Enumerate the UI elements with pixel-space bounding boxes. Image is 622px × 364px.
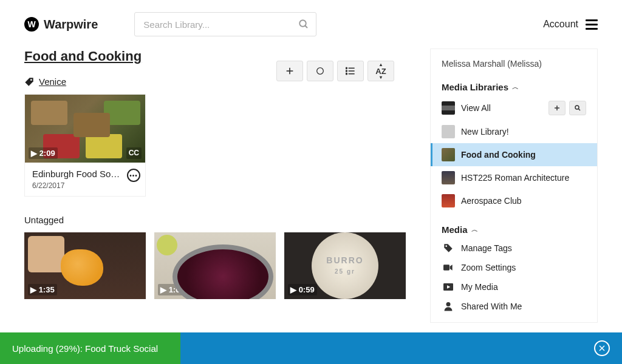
media-title: Edinburgh Food Soci… (32, 169, 123, 179)
svg-point-14 (575, 106, 579, 109)
stack-icon (442, 101, 455, 115)
chevron-up-icon: ︿ (512, 83, 519, 92)
search-library-button[interactable] (569, 101, 586, 115)
media-thumbnail[interactable]: BURRO25 gr ▶ 0:59 (284, 232, 406, 299)
duration-badge: ▶ 1:35 (28, 284, 57, 295)
sidebar-item-library[interactable]: HST225 Roman Architecture (431, 166, 597, 189)
tag-icon (24, 77, 34, 87)
svg-line-1 (306, 25, 308, 28)
brand-badge: W (24, 17, 39, 32)
svg-point-19 (446, 302, 451, 306)
close-icon[interactable] (594, 340, 610, 356)
record-button[interactable] (307, 61, 333, 81)
sidebar-item-my-media[interactable]: My Media (431, 277, 597, 297)
svg-point-8 (346, 67, 347, 69)
svg-point-9 (346, 70, 347, 72)
svg-point-0 (300, 20, 307, 27)
duration-badge: ▶ 1:00 (158, 284, 187, 295)
svg-point-10 (346, 73, 347, 75)
duration-badge: ▶ 2:09 (29, 147, 58, 159)
library-thumb (442, 194, 455, 207)
user-label: Melissa Marshall (Melissa) (431, 49, 597, 78)
brand-name: Warpwire (44, 18, 98, 32)
account-link[interactable]: Account (543, 19, 578, 30)
play-icon (442, 283, 455, 291)
tag-link[interactable]: Venice (39, 76, 66, 87)
section-untagged: Untagged (24, 215, 412, 225)
libraries-heading[interactable]: Media Libraries ︿ (431, 78, 597, 96)
menu-icon[interactable] (586, 19, 598, 30)
library-thumb (442, 148, 455, 161)
person-icon (442, 302, 455, 311)
sort-button[interactable]: ▴ AZ ▾ (367, 61, 394, 81)
sidebar-item-view-all[interactable]: View All (431, 96, 597, 120)
media-thumbnail[interactable]: ▶ 2:09 CC (25, 95, 145, 163)
svg-line-15 (578, 109, 580, 110)
library-thumb (442, 171, 455, 184)
search-input[interactable] (134, 12, 316, 36)
sidebar-item-manage-tags[interactable]: Manage Tags (431, 238, 597, 258)
sidebar-item-zoom-settings[interactable]: Zoom Settings (431, 258, 597, 277)
search-icon[interactable] (298, 19, 309, 30)
media-thumbnail[interactable]: ▶ 1:35 (24, 232, 146, 299)
cc-badge: CC (126, 147, 142, 159)
media-card[interactable]: ▶ 2:09 CC Edinburgh Food Soci… 6/22/2017… (24, 94, 146, 197)
brand-logo[interactable]: W Warpwire (24, 17, 98, 32)
list-view-button[interactable] (337, 61, 364, 81)
media-heading[interactable]: Media ︿ (431, 221, 597, 238)
sidebar-item-library[interactable]: New Library! (431, 120, 597, 143)
library-thumb (442, 125, 455, 138)
sidebar-item-library[interactable]: Food and Cooking (431, 143, 597, 166)
upload-bar: Uploading (29%): Food Truck Social (0, 332, 622, 364)
more-options-button[interactable]: ••• (127, 169, 140, 182)
add-button[interactable] (276, 61, 303, 81)
svg-point-16 (445, 245, 447, 247)
chevron-up-icon: ︿ (471, 225, 478, 234)
tag-icon (442, 243, 455, 253)
add-library-button[interactable] (549, 101, 566, 115)
upload-progress: Uploading (29%): Food Truck Social (0, 332, 180, 364)
duration-badge: ▶ 0:59 (288, 284, 317, 295)
sidebar: Melissa Marshall (Melissa) Media Librari… (430, 49, 598, 323)
sidebar-item-library[interactable]: Aerospace Club (431, 189, 597, 212)
overlay-text: BURRO25 gr (326, 255, 363, 276)
media-thumbnail[interactable]: ▶ 1:00 (154, 232, 276, 299)
svg-rect-17 (443, 265, 449, 270)
svg-point-4 (317, 68, 324, 75)
sidebar-item-shared[interactable]: Shared With Me (431, 297, 597, 316)
camera-icon (442, 264, 455, 271)
media-date: 6/22/2017 (32, 181, 139, 190)
